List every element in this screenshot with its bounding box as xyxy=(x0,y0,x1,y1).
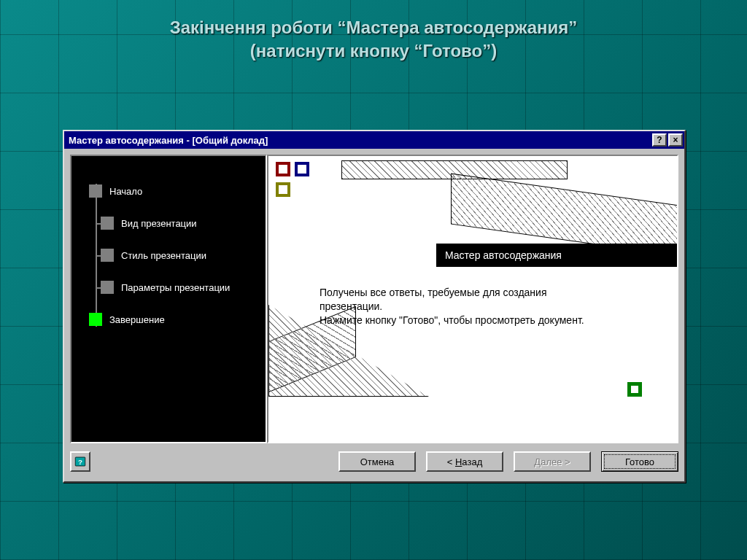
help-book-icon: ? xyxy=(74,455,87,468)
decorative-square-red-icon xyxy=(276,162,290,176)
slide-title-line1: Закінчення роботи “Мастера автосодержани… xyxy=(0,16,747,39)
button-label: Далее > xyxy=(534,456,570,467)
message-line: Получены все ответы, требуемые для созда… xyxy=(320,286,611,314)
step-node-icon xyxy=(101,249,114,262)
question-icon: ? xyxy=(657,136,662,144)
step-node-icon xyxy=(89,313,102,326)
button-label: Готово xyxy=(625,456,654,467)
slide-title: Закінчення роботи “Мастера автосодержани… xyxy=(0,0,747,63)
nav-step-style[interactable]: Стиль презентации xyxy=(89,239,255,271)
svg-text:?: ? xyxy=(78,458,82,466)
window-title: Мастер автосодержания - [Общий доклад] xyxy=(69,135,268,146)
nav-step-start[interactable]: Начало xyxy=(89,175,255,207)
back-button[interactable]: < Назад xyxy=(426,451,503,472)
button-label: Отмена xyxy=(360,456,395,467)
step-node-icon xyxy=(101,217,114,230)
decorative-square-olive-icon xyxy=(276,182,290,197)
wizard-flow: Начало Вид презентации Стиль презентации… xyxy=(89,175,255,335)
nav-step-finish[interactable]: Завершение xyxy=(89,303,255,335)
panels: Начало Вид презентации Стиль презентации… xyxy=(70,155,678,443)
wizard-window: Мастер автосодержания - [Общий доклад] ?… xyxy=(63,130,686,483)
nav-step-label: Стиль презентации xyxy=(121,250,206,261)
button-label: < Назад xyxy=(447,456,482,467)
step-node-icon xyxy=(101,281,114,294)
decorative-square-green-icon xyxy=(627,382,642,397)
cancel-button[interactable]: Отмена xyxy=(338,451,416,472)
wizard-nav-panel: Начало Вид презентации Стиль презентации… xyxy=(70,155,267,443)
step-node-icon xyxy=(89,184,102,198)
nav-step-label: Вид презентации xyxy=(121,218,197,229)
help-button[interactable]: ? xyxy=(70,451,90,472)
content-banner: Мастер автосодержания xyxy=(436,244,677,267)
slide-title-line2: (натиснути кнопку “Готово”) xyxy=(0,39,747,63)
window-body: Начало Вид презентации Стиль презентации… xyxy=(64,149,684,481)
close-icon: × xyxy=(673,136,678,144)
completion-message: Получены все ответы, требуемые для созда… xyxy=(320,286,611,327)
decorative-square-blue-icon xyxy=(295,162,309,176)
next-button: Далее > xyxy=(514,451,591,472)
finish-button[interactable]: Готово xyxy=(601,451,678,472)
nav-step-label: Параметры презентации xyxy=(121,282,230,293)
button-row: ? Отмена < Назад Далее > Готово xyxy=(70,443,678,475)
wizard-content-panel: Мастер автосодержания Получены все ответ… xyxy=(267,155,678,443)
nav-step-label: Начало xyxy=(109,186,142,197)
titlebar-close-button[interactable]: × xyxy=(668,133,683,147)
message-line: Нажмите кнопку "Готово", чтобы просмотре… xyxy=(320,314,611,327)
nav-step-type[interactable]: Вид презентации xyxy=(89,207,255,239)
titlebar-help-button[interactable]: ? xyxy=(652,133,667,147)
nav-step-params[interactable]: Параметры презентации xyxy=(89,271,255,303)
nav-step-label: Завершение xyxy=(109,314,165,325)
titlebar[interactable]: Мастер автосодержания - [Общий доклад] ?… xyxy=(64,131,684,149)
